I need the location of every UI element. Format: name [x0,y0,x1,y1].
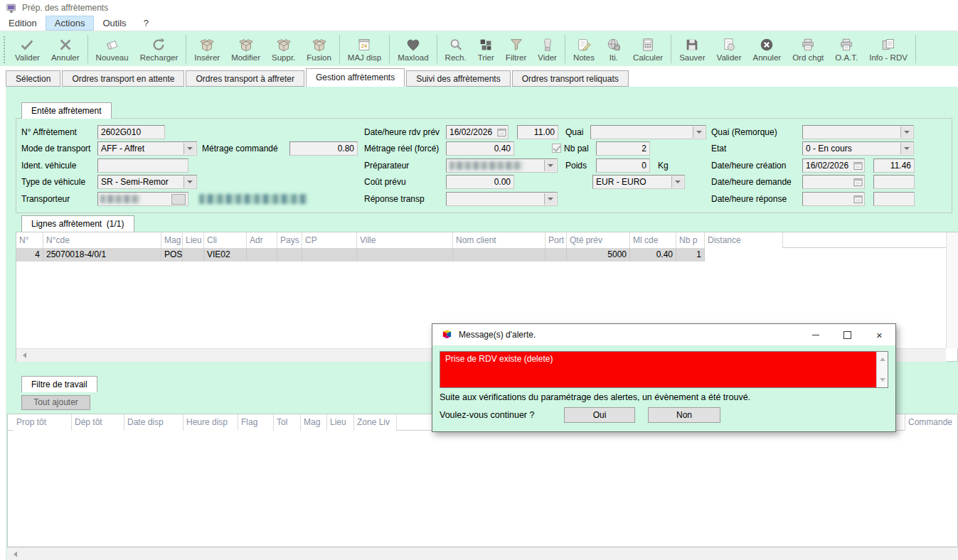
calendar-picker-icon[interactable] [853,178,863,187]
notes-button[interactable]: Notes [568,33,600,65]
metrage-commande-input[interactable]: 0.80 [289,141,358,156]
table-cell[interactable]: 1 [676,248,705,262]
chevron-down-icon[interactable] [183,143,196,154]
table-cell[interactable] [705,248,783,262]
close-button[interactable]: × [863,324,895,345]
maxload-button[interactable]: Maxload [392,33,434,65]
supprimer-button[interactable]: Suppr. [266,33,301,65]
type-vehicule-select[interactable]: SR - Semi-Remor [97,175,197,189]
nb-pal-checkbox[interactable] [552,144,561,153]
date-rdv-input[interactable]: 16/02/2026 [446,125,509,139]
info-rdv-button[interactable]: Info - RDV [863,33,913,65]
table-cell[interactable] [453,248,545,262]
bottom-horizontal-scrollbar[interactable] [7,547,958,560]
valider-button[interactable]: Valider [9,33,46,65]
date-creation-input[interactable]: 16/02/2026 [802,158,865,173]
menu-help[interactable]: ? [135,16,157,31]
maj-disp-button[interactable]: 24MAJ disp [342,33,387,65]
tab-ordres-affreter[interactable]: Ordres transport à affreter [186,70,304,87]
filtre-group-tab[interactable]: Filtre de travail [21,376,97,392]
sauver-button[interactable]: Sauver [674,33,710,65]
oui-button[interactable]: Oui [564,407,635,423]
table-cell[interactable] [247,248,277,262]
scroll-down-icon[interactable] [880,378,885,384]
poids-input[interactable]: 0 [596,158,650,173]
calendar-picker-icon[interactable] [497,128,506,137]
dialog-titlebar[interactable]: Message(s) d'alerte. × [432,324,895,345]
tab-selection[interactable]: Sélection [6,70,60,87]
trier-button[interactable]: Trier [472,33,500,65]
table-cell[interactable]: 4 [16,248,43,262]
ord-chgt-button[interactable]: Ord chgt [787,33,829,65]
non-button[interactable]: Non [648,407,720,423]
table-cell[interactable]: VIE02 [204,248,247,262]
tab-suivi-affretements[interactable]: Suivi des affrètements [406,70,511,87]
modifier-button[interactable]: Modifier [225,33,266,65]
maximize-button[interactable] [831,324,863,345]
cout-prevu-input[interactable]: 0.00 [446,175,514,189]
num-affretement-input[interactable]: 2602G010 [97,125,165,139]
devise-select[interactable]: EUR - EURO [592,175,685,189]
table-cell[interactable] [545,248,567,262]
annuler-button[interactable]: Annuler [46,33,85,65]
alert-scrollbar[interactable] [876,352,888,387]
table-cell[interactable]: 5000 [567,248,630,262]
chevron-down-icon[interactable] [544,160,556,171]
calendar-picker-icon[interactable] [853,195,863,204]
chevron-down-icon[interactable] [544,193,556,205]
table-cell[interactable]: 25070018-4/0/1 [43,248,161,262]
calculer-button[interactable]: Calculer [627,33,669,65]
filtrer-button[interactable]: Filtrer [500,33,532,65]
mode-transport-select[interactable]: AFF - Affret [97,141,197,156]
chevron-down-icon[interactable] [900,143,912,154]
vider-button[interactable]: Vider [532,33,563,65]
calendar-picker-icon[interactable] [853,161,863,171]
time-reponse-input[interactable] [873,192,915,206]
valider-doc-button[interactable]: Valider [711,33,747,65]
quai-select[interactable] [590,125,706,139]
table-cell[interactable]: POS [161,248,183,262]
chevron-down-icon[interactable] [693,126,705,138]
toolbar-grip[interactable] [2,35,6,63]
date-reponse-input[interactable] [802,192,865,206]
table-cell[interactable] [357,248,453,262]
table-cell[interactable] [277,248,302,262]
vertical-scrollbar[interactable] [946,232,958,348]
scroll-up-icon[interactable] [880,355,885,361]
tab-ordres-reliquats[interactable]: Ordres transport reliquats [512,70,629,87]
ident-vehicule-input[interactable] [97,158,188,173]
tout-ajouter-button[interactable]: Tout ajouter [21,395,90,410]
reponse-transp-select[interactable] [446,192,558,206]
menu-actions[interactable]: Actions [46,16,95,31]
annuler-doc-button[interactable]: Annuler [747,33,787,65]
nb-pal-input[interactable]: 2 [596,141,650,156]
date-demande-input[interactable] [802,175,865,189]
transporteur-browse-button[interactable] [171,194,186,205]
time-creation-input[interactable]: 11.46 [873,158,915,173]
inserer-button[interactable]: Insérer [188,33,225,65]
menu-edition[interactable]: Edition [0,16,46,31]
nouveau-button[interactable]: Nouveau [90,33,134,65]
itineraire-button[interactable]: Iti. [600,33,627,65]
scroll-left-icon[interactable] [11,551,17,557]
fusion-button[interactable]: Fusion [301,33,337,65]
oat-button[interactable]: O.A.T. [829,33,863,65]
time-rdv-input[interactable]: 11.00 [517,125,558,139]
quai-remorque-select[interactable] [802,125,914,139]
entete-group-tab[interactable]: Entête affrètement [21,102,112,119]
tab-gestion-affretements[interactable]: Gestion affrètements [306,68,405,87]
etat-select[interactable]: 0 - En cours [802,141,914,156]
metrage-reel-input[interactable]: 0.40 [446,141,514,156]
lignes-group-tab[interactable]: Lignes affrètement (1/1) [21,215,134,232]
chevron-down-icon[interactable] [183,176,196,188]
chevron-down-icon[interactable] [671,176,683,188]
scroll-left-icon[interactable] [20,352,26,358]
table-cell[interactable] [302,248,357,262]
recharger-button[interactable]: Recharger [134,33,184,65]
table-cell[interactable] [183,248,204,262]
table-cell[interactable]: 0.40 [630,248,676,262]
tab-ordres-attente[interactable]: Ordres transport en attente [62,70,184,87]
menu-outils[interactable]: Outils [94,16,134,31]
rechercher-button[interactable]: Rech. [440,33,472,65]
minimize-button[interactable] [799,324,831,345]
